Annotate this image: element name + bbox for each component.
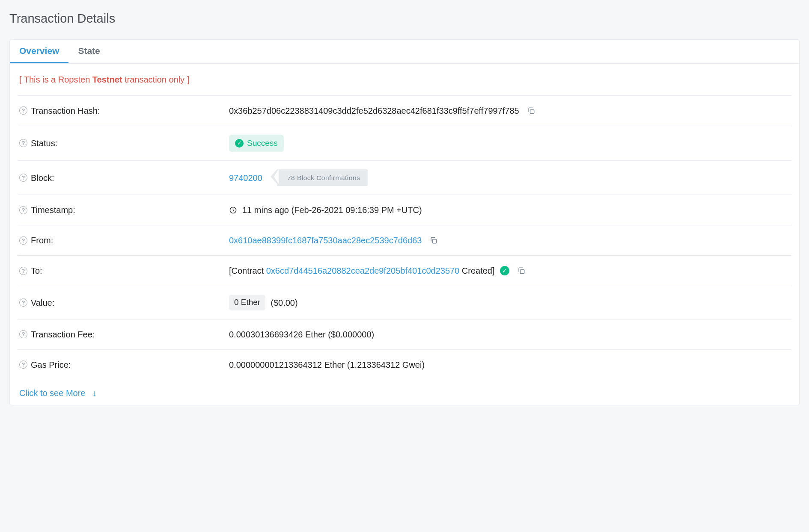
row-transaction-fee: ? Transaction Fee: 0.00030136693426 Ethe…	[18, 319, 791, 350]
help-icon[interactable]: ?	[19, 236, 27, 245]
value-usd: ($0.00)	[271, 296, 297, 309]
help-icon[interactable]: ?	[19, 139, 27, 147]
label-value: Value:	[31, 296, 54, 309]
label-status: Status:	[31, 137, 57, 150]
testnet-notice-suffix: transaction only ]	[122, 75, 189, 84]
see-more-button[interactable]: Click to see More ↓	[18, 380, 98, 405]
block-number-link[interactable]: 9740200	[229, 171, 262, 184]
value-transaction-fee: 0.00030136693426 Ether ($0.000000)	[229, 328, 374, 341]
label-transaction-hash: Transaction Hash:	[31, 104, 100, 117]
label-transaction-fee: Transaction Fee:	[31, 328, 95, 341]
help-icon[interactable]: ?	[19, 206, 27, 214]
tab-overview[interactable]: Overview	[10, 40, 68, 63]
help-icon[interactable]: ?	[19, 361, 27, 369]
row-from: ? From: 0x610ae88399fc1687fa7530aac28ec2…	[18, 225, 791, 256]
clock-icon	[229, 206, 237, 214]
tabs: Overview State	[10, 40, 799, 64]
row-status: ? Status: ✓ Success	[18, 126, 791, 161]
status-text: Success	[247, 137, 278, 150]
copy-icon[interactable]	[517, 266, 526, 275]
copy-icon[interactable]	[429, 236, 438, 245]
copy-icon[interactable]	[527, 106, 535, 115]
block-confirmations-badge: 78 Block Confirmations	[277, 169, 368, 186]
status-badge: ✓ Success	[229, 135, 284, 152]
row-to: ? To: [Contract 0x6cd7d44516a20882cea2de…	[18, 256, 791, 286]
tab-state[interactable]: State	[68, 40, 109, 63]
svg-rect-3	[520, 270, 524, 274]
testnet-notice-bold: Testnet	[92, 75, 122, 84]
from-address-link[interactable]: 0x610ae88399fc1687fa7530aac28ec2539c7d6d…	[229, 234, 422, 247]
help-icon[interactable]: ?	[19, 267, 27, 275]
label-timestamp: Timestamp:	[31, 204, 75, 216]
page-title: Transaction Details	[9, 9, 800, 28]
help-icon[interactable]: ?	[19, 106, 27, 115]
svg-rect-2	[433, 239, 437, 243]
to-prefix: [Contract	[229, 266, 266, 275]
label-to: To:	[31, 264, 42, 277]
testnet-notice: [ This is a Ropsten Testnet transaction …	[18, 64, 791, 96]
to-address-link[interactable]: 0x6cd7d44516a20882cea2de9f205bf401c0d235…	[266, 266, 460, 275]
help-icon[interactable]: ?	[19, 330, 27, 338]
label-gas-price: Gas Price:	[31, 358, 71, 371]
to-suffix: Created]	[459, 266, 494, 275]
details-card: Overview State [ This is a Ropsten Testn…	[9, 39, 800, 405]
value-ether-badge: 0 Ether	[229, 295, 265, 310]
label-from: From:	[31, 234, 53, 247]
see-more-label: Click to see More	[19, 388, 86, 398]
row-timestamp: ? Timestamp: 11 mins ago (Feb-26-2021 09…	[18, 195, 791, 225]
arrow-down-icon: ↓	[92, 388, 97, 398]
row-block: ? Block: 9740200 78 Block Confirmations	[18, 161, 791, 195]
row-value: ? Value: 0 Ether ($0.00)	[18, 286, 791, 319]
check-icon: ✓	[235, 139, 244, 148]
label-block: Block:	[31, 171, 54, 184]
help-icon[interactable]: ?	[19, 299, 27, 307]
help-icon[interactable]: ?	[19, 174, 27, 182]
row-transaction-hash: ? Transaction Hash: 0x36b257d06c22388314…	[18, 96, 791, 126]
testnet-notice-prefix: [ This is a Ropsten	[19, 75, 92, 84]
verified-icon: ✓	[500, 266, 509, 275]
value-transaction-hash: 0x36b257d06c2238831409c3dd2fe52d6328aec4…	[229, 104, 519, 117]
value-gas-price: 0.000000001213364312 Ether (1.213364312 …	[229, 358, 425, 371]
value-timestamp: 11 mins ago (Feb-26-2021 09:16:39 PM +UT…	[242, 204, 422, 216]
row-gas-price: ? Gas Price: 0.000000001213364312 Ether …	[18, 350, 791, 380]
svg-rect-0	[530, 109, 534, 113]
